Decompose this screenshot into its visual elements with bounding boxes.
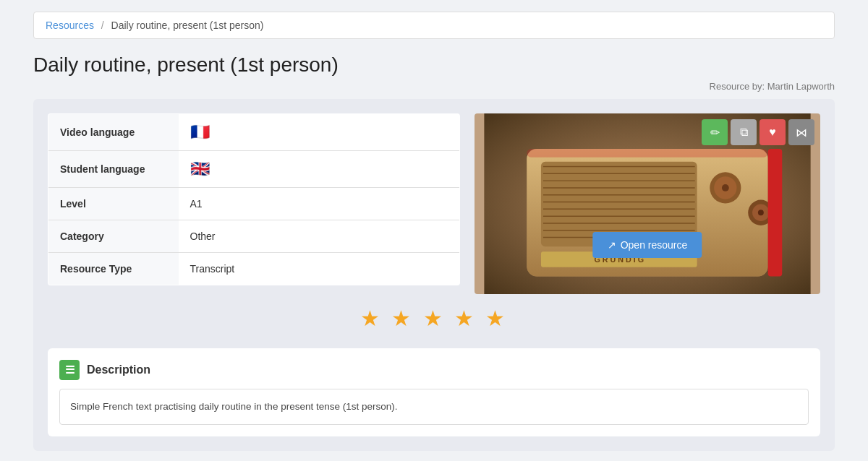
table-row-video-language: Video language 🇫🇷 — [48, 114, 460, 151]
description-title: Description — [87, 363, 150, 376]
description-card: ☰ Description Simple French text practis… — [48, 348, 820, 436]
breadcrumb-link[interactable]: Resources — [46, 20, 94, 31]
rating-stars: ★ ★ ★ ★ ★ — [48, 294, 820, 337]
table-row-category: Category Other — [48, 220, 460, 253]
flag-english: 🇬🇧 — [190, 160, 210, 178]
label-student-language: Student language — [48, 151, 179, 188]
share-button[interactable]: ⋈ — [788, 119, 814, 145]
image-toolbar: ✏ ⧉ ♥ ⋈ — [702, 119, 814, 145]
heart-icon: ♥ — [769, 126, 776, 139]
breadcrumb-separator: / — [101, 20, 104, 31]
breadcrumb-current: Daily routine, present (1st person) — [111, 20, 264, 31]
table-row-level: Level A1 — [48, 188, 460, 220]
page-wrapper: Resources / Daily routine, present (1st … — [22, 0, 846, 461]
share-icon: ⋈ — [796, 126, 807, 139]
value-resource-type: Transcript — [179, 253, 460, 285]
value-category: Other — [179, 220, 460, 253]
label-video-language: Video language — [48, 114, 179, 151]
description-header: ☰ Description — [59, 360, 809, 380]
description-text: Simple French text practising daily rout… — [59, 389, 809, 425]
value-level: A1 — [179, 188, 460, 220]
favorite-button[interactable]: ♥ — [760, 119, 786, 145]
svg-point-20 — [722, 184, 729, 191]
info-table: Video language 🇫🇷 Student language 🇬🇧 Le… — [48, 113, 460, 285]
copy-button[interactable]: ⧉ — [731, 119, 757, 145]
svg-rect-24 — [768, 149, 783, 276]
flag-french: 🇫🇷 — [190, 123, 210, 141]
value-video-language: 🇫🇷 — [179, 114, 460, 151]
value-student-language: 🇬🇧 — [179, 151, 460, 188]
label-resource-type: Resource Type — [48, 253, 179, 285]
edit-button[interactable]: ✏ — [702, 119, 728, 145]
star-1[interactable]: ★ — [360, 306, 383, 330]
content-row: Video language 🇫🇷 Student language 🇬🇧 Le… — [48, 113, 820, 294]
resource-by: Resource by: Martin Lapworth — [33, 81, 835, 92]
edit-icon: ✏ — [710, 126, 720, 139]
description-icon: ☰ — [59, 360, 80, 380]
page-title: Daily routine, present (1st person) — [33, 53, 835, 77]
star-2[interactable]: ★ — [391, 306, 414, 330]
main-card: Video language 🇫🇷 Student language 🇬🇧 Le… — [33, 99, 835, 451]
star-5[interactable]: ★ — [485, 306, 508, 330]
table-row-student-language: Student language 🇬🇧 — [48, 151, 460, 188]
open-resource-button[interactable]: ↗ Open resource — [593, 232, 702, 258]
svg-point-23 — [758, 210, 764, 215]
resource-image-section: G R U N D I G ✏ — [475, 113, 820, 294]
svg-rect-25 — [527, 149, 767, 158]
star-3[interactable]: ★ — [423, 306, 446, 330]
table-row-resource-type: Resource Type Transcript — [48, 253, 460, 285]
label-category: Category — [48, 220, 179, 253]
open-resource-label: Open resource — [621, 239, 688, 251]
label-level: Level — [48, 188, 179, 220]
breadcrumb-bar: Resources / Daily routine, present (1st … — [33, 12, 835, 39]
external-link-icon: ↗ — [608, 239, 616, 251]
copy-icon: ⧉ — [740, 126, 748, 139]
star-4[interactable]: ★ — [454, 306, 477, 330]
